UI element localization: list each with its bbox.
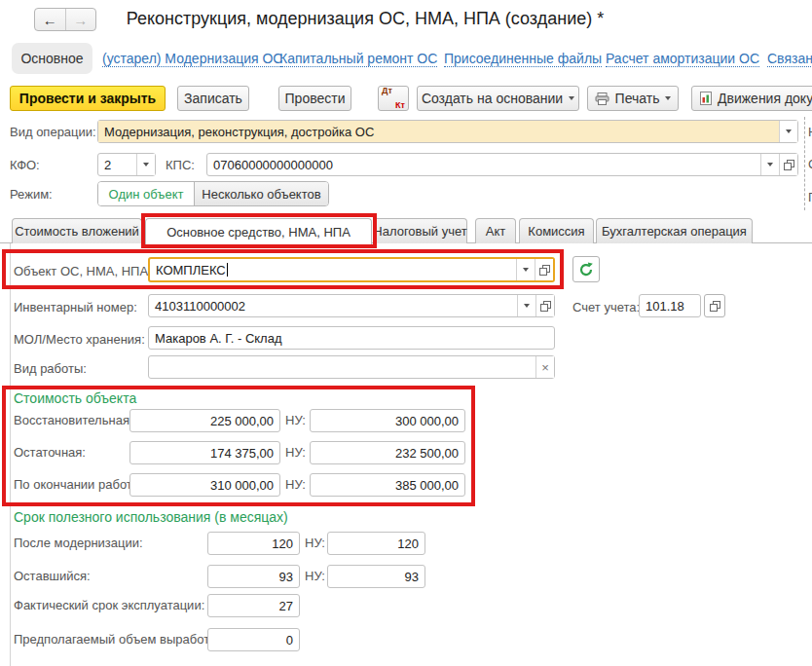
nu-label: НУ: (285, 413, 306, 427)
value-text: 174 375,00 (130, 442, 279, 463)
value-text: 27 (208, 595, 299, 616)
value-field[interactable]: 93 (207, 565, 300, 588)
clear-icon: × (541, 360, 549, 375)
account-open-button[interactable] (704, 294, 725, 317)
kfo-field[interactable]: 2 (97, 153, 156, 176)
cost-section-title: Стоимость объекта (14, 390, 136, 406)
tab-5[interactable]: Комиссия (519, 218, 594, 243)
document-movements-button[interactable]: Движения доку (691, 86, 812, 111)
movements-label: Движения доку (718, 91, 812, 106)
value-field[interactable]: 174 375,00 (129, 441, 280, 464)
operation-type-field[interactable]: Модернизация, реконструкция, достройка О… (97, 120, 798, 143)
value-text: 225 000,00 (130, 410, 279, 431)
nu-value-field[interactable]: 120 (327, 532, 425, 555)
content-left-border (10, 243, 11, 666)
operation-dropdown-button[interactable] (779, 121, 797, 142)
open-icon (784, 160, 794, 170)
nav-link[interactable]: Связан (767, 51, 812, 67)
clipped-text-fragment: П (808, 190, 812, 204)
work-type-field[interactable]: × (148, 355, 555, 379)
open-icon (710, 301, 720, 312)
kfo-label: КФО: (10, 158, 40, 172)
value-field[interactable]: 120 (207, 532, 300, 555)
tab-2[interactable]: Основное средство, НМА, НПА (145, 218, 372, 244)
chevron-down-icon (143, 163, 149, 166)
refresh-button[interactable] (572, 256, 600, 282)
save-button[interactable]: Записать (177, 86, 249, 111)
value-field[interactable]: 27 (207, 594, 300, 617)
nav-tab-main[interactable]: Основное (12, 43, 92, 74)
nav-link[interactable]: Присоединенные файлы (444, 51, 602, 67)
kfo-dropdown-button[interactable] (136, 154, 155, 175)
tab-4[interactable]: Акт (475, 218, 516, 243)
mode-label: Режим: (10, 187, 53, 202)
kps-field[interactable]: 07060000000000000 (206, 153, 798, 176)
chevron-down-icon (767, 163, 773, 166)
row-label: После модернизации: (14, 536, 143, 550)
inventory-open-button[interactable] (535, 295, 554, 316)
mode-single-object[interactable]: Один объект (98, 182, 194, 205)
kps-value: 07060000000000000 (207, 154, 760, 175)
text-caret (227, 263, 228, 277)
row-label: Оставшийся: (14, 569, 91, 583)
nav-link[interactable]: (устарел) Модернизация ОС (102, 51, 282, 67)
nav-link[interactable]: Капитальный ремонт ОС (279, 51, 437, 67)
panel-splitter[interactable] (804, 117, 805, 210)
value-field[interactable]: 310 000,00 (129, 473, 280, 497)
inventory-number-field[interactable]: 4103110000002 (148, 294, 555, 317)
nu-label: НУ: (305, 569, 325, 583)
mol-field[interactable]: Макаров А. Г. - Склад (148, 326, 555, 350)
operation-type-label: Вид операции: (10, 125, 96, 139)
nu-value-field[interactable]: 93 (327, 565, 425, 588)
kps-dropdown-button[interactable] (760, 154, 779, 175)
object-label: Объект ОС, НМА, НПА: (14, 264, 152, 278)
value-field[interactable]: 0 (207, 628, 300, 651)
term-section-title: Срок полезного использования (в месяцах) (14, 509, 288, 525)
tab-1[interactable]: Стоимость вложений (12, 218, 142, 243)
account-field[interactable]: 101.18 (639, 294, 701, 317)
nu-value-text: 300 000,00 (311, 410, 464, 431)
row-label: Предполагаемый объем выработки: (14, 632, 226, 647)
refresh-icon (578, 262, 594, 278)
print-button[interactable]: Печать (587, 86, 679, 111)
open-icon (539, 265, 550, 276)
account-label: Счет учета: (572, 300, 640, 314)
object-field[interactable]: КОМПЛЕКС (148, 257, 555, 282)
nu-label: НУ: (285, 445, 306, 460)
value-field[interactable]: 225 000,00 (129, 409, 280, 432)
object-value: КОМПЛЕКС (150, 259, 516, 280)
print-label: Печать (615, 91, 660, 106)
nu-value-text: 232 500,00 (311, 442, 464, 463)
app-window: ← → Реконструкция, модернизация ОС, НМА,… (0, 0, 812, 666)
dtkt-postings-button[interactable]: Дт Кт (378, 86, 409, 111)
work-type-clear-button[interactable]: × (535, 356, 554, 378)
tab-3[interactable]: Налоговый учет (373, 218, 467, 243)
open-icon (540, 301, 551, 312)
post-button[interactable]: Провести (278, 86, 351, 111)
nav-link[interactable]: Расчет амортизации ОС (606, 51, 759, 67)
object-open-button[interactable] (535, 259, 553, 280)
chevron-down-icon (665, 96, 671, 100)
clipped-text-fragment: С (808, 157, 812, 171)
nu-value-field[interactable]: 300 000,00 (310, 409, 465, 432)
inventory-dropdown-button[interactable] (517, 295, 535, 316)
nu-value-field[interactable]: 385 000,00 (310, 473, 465, 497)
post-and-close-button[interactable]: Провести и закрыть (10, 86, 166, 111)
nu-value-field[interactable]: 232 500,00 (310, 441, 465, 464)
chevron-down-icon (569, 96, 574, 100)
kfo-value: 2 (98, 154, 136, 175)
dt-label: Дт (382, 87, 405, 95)
value-text: 310 000,00 (130, 474, 279, 496)
nu-label: НУ: (285, 477, 306, 492)
object-dropdown-button[interactable] (516, 259, 535, 280)
kt-label: Кт (382, 101, 405, 110)
tab-6[interactable]: Бухгалтерская операция (596, 218, 753, 243)
create-based-on-button[interactable]: Создать на основании (417, 86, 579, 111)
inventory-number-value: 4103110000002 (149, 295, 517, 316)
work-type-label: Вид работы: (14, 361, 87, 376)
mode-multiple-objects[interactable]: Несколько объектов (194, 182, 328, 205)
page-title: Реконструкция, модернизация ОС, НМА, НПА… (29, 9, 701, 29)
value-text: 120 (208, 533, 299, 554)
create-based-on-label: Создать на основании (422, 91, 563, 106)
kps-open-button[interactable] (779, 154, 797, 175)
